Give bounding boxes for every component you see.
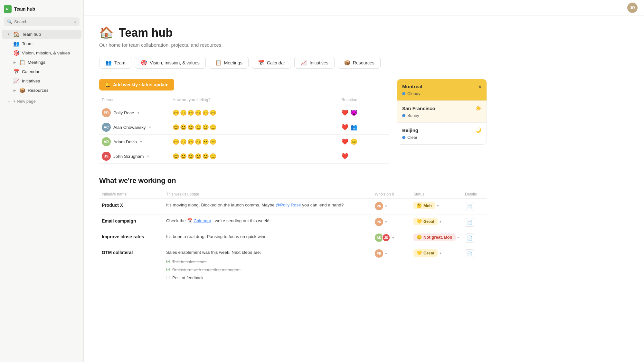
condition-dot — [402, 136, 405, 139]
person-cell: JS John Scrugham ▾ — [102, 152, 173, 161]
checkbox-unchecked-icon: ☐ — [166, 274, 170, 281]
sidebar-item-label: Team — [22, 41, 33, 46]
new-page-button[interactable]: ＋ + New page — [2, 97, 81, 106]
status-badge[interactable]: 💛 Great — [413, 218, 438, 225]
weather-montreal: Montreal × Cloudy — [397, 79, 487, 100]
weather-widget: Montreal × Cloudy San Francisco ☀️ — [397, 79, 487, 145]
sidebar-item-calendar[interactable]: 📅 Calendar — [2, 67, 81, 76]
status-row: AD Adam Davis ▾ 😊😊😊😊😐😐 ❤️😐 — [99, 135, 389, 149]
sidebar-header: N Team hub — [0, 3, 83, 15]
sidebar-item-team[interactable]: 👥 Team — [2, 39, 81, 48]
condition-dot — [402, 114, 405, 117]
dropdown-arrow[interactable]: ▾ — [140, 140, 142, 144]
sidebar-item-team-hub[interactable]: ▼ 🏠 Team hub — [2, 30, 81, 39]
initiative-update: Check the 📅 Calendar , we're sending out… — [166, 218, 375, 224]
dropdown-arrow[interactable]: ▾ — [137, 111, 139, 115]
calendar-icon: 📅 — [14, 69, 19, 74]
tab-meetings[interactable]: 📋 Meetings — [209, 57, 249, 69]
status-dropdown[interactable]: ▾ — [440, 220, 441, 224]
weather-city-name: Montreal × — [402, 84, 481, 89]
tab-resources[interactable]: 📦 Resources — [338, 57, 381, 69]
add-status-button[interactable]: 🔔 Add weekly status update — [99, 79, 174, 90]
avatar: JS — [102, 152, 111, 161]
status-badge[interactable]: 💛 Great — [413, 249, 438, 257]
page-content: 🏠 Team hub Our home for team collaborati… — [84, 16, 502, 296]
dropdown-arrow[interactable]: ▾ — [392, 236, 394, 240]
tab-initiatives[interactable]: 📈 Initiatives — [294, 57, 334, 69]
reaction-cell: ❤️😐 — [341, 138, 386, 145]
sidebar-item-label: Resources — [28, 88, 49, 93]
tab-meetings-icon: 📋 — [215, 60, 222, 66]
dropdown-arrow[interactable]: ▾ — [385, 204, 387, 208]
check-item: ☐ Post at feedback — [166, 274, 375, 281]
status-section: 🔔 Add weekly status update Person How ar… — [99, 79, 487, 164]
checkbox-checked-icon: ☑ — [166, 266, 170, 273]
mood-emojis: 😊😊😊😊😐😐 — [173, 138, 341, 145]
sidebar-item-label: Team hub — [22, 32, 41, 37]
chevron-icon: ▼ — [7, 33, 10, 36]
sidebar-item-resources[interactable]: ▶ 📦 Resources — [2, 86, 81, 95]
reaction-cell: ❤️😈 — [341, 109, 386, 116]
details-button[interactable]: 📄 — [465, 233, 474, 243]
tab-bar: 👥 Team 🎯 Vision, mission, & values 📋 Mee… — [99, 57, 487, 69]
status-dropdown[interactable]: ▾ — [440, 251, 441, 255]
status-row: JS John Scrugham ▾ 😊😊😊😊😊😐 ❤️ — [99, 149, 389, 164]
chevron-icon: ▶ — [14, 61, 16, 64]
status-dropdown[interactable]: ▾ — [457, 235, 459, 239]
meetings-icon: 📋 — [19, 59, 25, 65]
dropdown-arrow[interactable]: ▾ — [385, 252, 387, 256]
tab-team[interactable]: 👥 Team — [99, 57, 131, 69]
details-button[interactable]: 📄 — [465, 202, 474, 211]
who-cell: PR ▾ — [375, 218, 413, 226]
status-row: AC Alan Chowansky ▾ 😊😊😊😐😐😐 ❤️👥 — [99, 120, 389, 135]
initiatives-icon: 📈 — [14, 78, 19, 84]
tab-calendar[interactable]: 📅 Calendar — [252, 57, 291, 69]
page-header-icon: 🏠 — [99, 26, 114, 40]
sidebar-item-label: Initiatives — [22, 79, 40, 83]
team-icon: 👥 — [14, 41, 19, 46]
checkbox-checked-icon: ☑ — [166, 258, 170, 265]
initiative-update: Sales enablement was this week. Next ste… — [166, 249, 375, 282]
status-table-container: 🔔 Add weekly status update Person How ar… — [99, 79, 389, 164]
sidebar-item-meetings[interactable]: ▶ 📋 Meetings — [2, 58, 81, 67]
details-button[interactable]: 📄 — [465, 218, 474, 227]
mood-emojis: 😊😊😊😐😐😐 — [173, 124, 341, 131]
status-dropdown[interactable]: ▾ — [437, 204, 439, 208]
mention-link[interactable]: @Polly Rose — [276, 203, 301, 207]
chevron-icon: ▶ — [14, 89, 16, 92]
dropdown-arrow[interactable]: ▾ — [385, 220, 387, 224]
status-badge[interactable]: 🤔 Meh — [413, 202, 435, 209]
tab-calendar-icon: 📅 — [258, 60, 264, 66]
weather-condition: Clear — [402, 135, 481, 140]
status-cell: 💛 Great ▾ — [413, 249, 465, 257]
checklist: ☑ Talk to sales leads ☑ Brainstorm with … — [166, 258, 375, 281]
who-cell: AD JS ▾ — [375, 233, 413, 242]
search-icon: 🔍 — [7, 19, 12, 24]
who-cell: PR ▾ — [375, 202, 413, 210]
resources-icon: 📦 — [19, 87, 25, 93]
tab-vision[interactable]: 🎯 Vision, mission, & values — [135, 57, 206, 69]
details-button[interactable]: 📄 — [465, 249, 474, 258]
status-badge[interactable]: 😟 Not great, Bob — [413, 233, 456, 241]
main-content: JR 🏠 Team hub Our home for team collabor… — [84, 0, 644, 362]
dropdown-arrow[interactable]: ▾ — [147, 154, 149, 158]
check-item: ☑ Talk to sales leads — [166, 258, 375, 265]
dropdown-arrow[interactable]: ▾ — [149, 125, 151, 129]
check-item: ☑ Brainstorm with marketing managers — [166, 266, 375, 273]
sidebar-item-vision[interactable]: 🎯 Vision, mission, & values — [2, 48, 81, 57]
person-cell: AC Alan Chowansky ▾ — [102, 123, 173, 132]
app-title: Team hub — [14, 6, 35, 12]
tab-team-icon: 👥 — [105, 60, 112, 66]
user-avatar[interactable]: JR — [627, 3, 638, 13]
calendar-link[interactable]: Calendar — [194, 218, 211, 223]
search-input[interactable] — [14, 19, 72, 24]
collapse-icon[interactable]: « — [74, 20, 76, 24]
status-table-header: Person How are you feeling? Reaction — [99, 96, 389, 104]
weather-city-name: Beijing 🌙 — [402, 127, 481, 133]
bell-icon: 🔔 — [105, 82, 110, 87]
search-bar[interactable]: 🔍 « — [4, 17, 80, 26]
sidebar-item-label: Meetings — [28, 60, 45, 65]
sidebar-item-initiatives[interactable]: 📈 Initiatives — [2, 76, 81, 85]
initiative-update: It's moving along. Blocked on the launch… — [166, 202, 375, 208]
tab-resources-icon: 📦 — [344, 60, 350, 66]
